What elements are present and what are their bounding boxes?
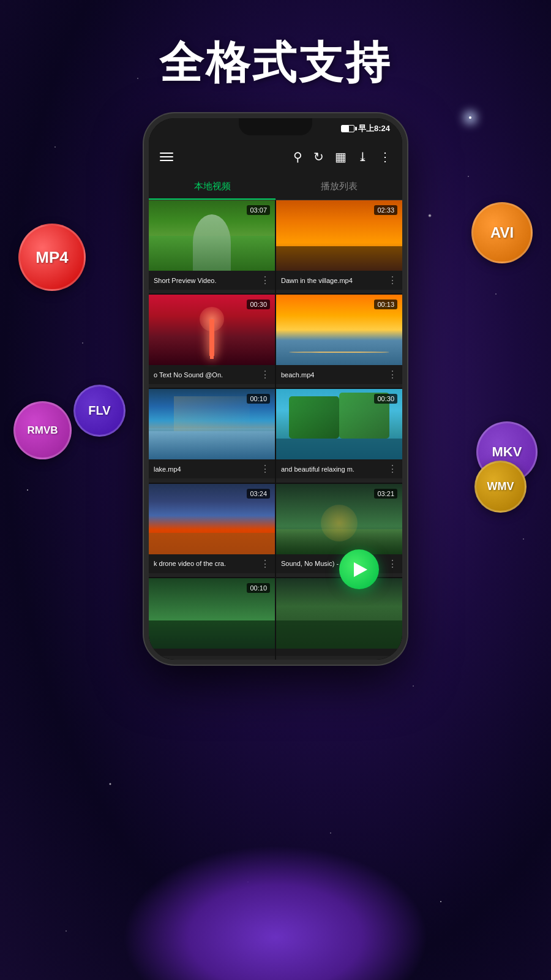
phone-notch [239, 118, 312, 135]
search-icon[interactable]: ⚲ [293, 149, 302, 164]
video-item[interactable]: 03:21 Sound, No Music) - F. ⋮ [276, 484, 402, 577]
video-item[interactable]: 00:10 lake.mp4 ⋮ [149, 389, 275, 482]
phone-screen: 早上8:24 ⚲ ↻ ▦ ⤓ ⋮ [149, 118, 402, 660]
video-item[interactable]: 00:13 beach.mp4 ⋮ [276, 295, 402, 388]
phone-mockup: 早上8:24 ⚲ ↻ ▦ ⤓ ⋮ [144, 113, 407, 665]
video-item[interactable]: 00:30 o Text No Sound @On. ⋮ [149, 295, 275, 388]
bubble-wmv[interactable]: WMV [474, 461, 527, 513]
duration-badge: 03:21 [374, 489, 397, 499]
video-item[interactable]: 02:33 Dawn in the village.mp4 ⋮ [276, 200, 402, 293]
video-more-icon[interactable]: ⋮ [260, 369, 270, 380]
duration-badge: 00:30 [374, 394, 397, 404]
video-more-icon[interactable]: ⋮ [260, 463, 270, 475]
video-more-icon[interactable]: ⋮ [388, 274, 397, 286]
battery-icon [341, 125, 354, 132]
page-title: 全格式支持 [0, 34, 551, 92]
video-title: k drone video of the cra. [154, 560, 258, 567]
refresh-icon[interactable]: ↻ [313, 149, 324, 164]
play-fab-button[interactable] [339, 549, 379, 589]
grid-icon[interactable]: ▦ [335, 149, 347, 164]
status-time: 早上8:24 [358, 123, 390, 134]
bubble-mp4[interactable]: MP4 [18, 224, 86, 291]
video-title: beach.mp4 [281, 371, 385, 379]
bubble-wmv-label: WMV [487, 480, 514, 493]
video-item[interactable] [276, 578, 402, 660]
phone-body: 早上8:24 ⚲ ↻ ▦ ⤓ ⋮ [144, 113, 407, 665]
video-more-icon[interactable]: ⋮ [260, 274, 270, 286]
bubble-flv[interactable]: FLV [73, 385, 126, 437]
duration-badge: 00:10 [247, 394, 270, 404]
video-item[interactable]: 03:24 k drone video of the cra. ⋮ [149, 484, 275, 577]
tab-local-video[interactable]: 本地视频 [149, 173, 276, 200]
toolbar: ⚲ ↻ ▦ ⤓ ⋮ [149, 140, 402, 173]
duration-badge: 00:13 [374, 300, 397, 309]
bubble-flv-label: FLV [88, 404, 110, 418]
video-more-icon[interactable]: ⋮ [388, 558, 397, 570]
bubble-mkv-label: MKV [492, 444, 522, 460]
play-icon [354, 562, 367, 577]
bubble-rmvb[interactable]: RMVB [13, 401, 72, 459]
video-more-icon[interactable]: ⋮ [260, 558, 270, 570]
tab-bar: 本地视频 播放列表 [149, 173, 402, 200]
duration-badge: 03:24 [247, 489, 270, 499]
bubble-avi-label: AVI [490, 224, 514, 241]
video-item[interactable]: 03:07 Short Preview Video. ⋮ [149, 200, 275, 293]
star-glow [469, 116, 471, 119]
duration-badge: 02:33 [374, 205, 397, 215]
duration-badge: 00:30 [247, 300, 270, 309]
video-title: Short Preview Video. [154, 277, 258, 284]
bubble-rmvb-label: RMVB [27, 424, 58, 437]
duration-badge: 03:07 [247, 205, 270, 215]
video-title: and beautiful relaxing m. [281, 466, 385, 473]
video-item[interactable]: 00:10 [149, 578, 275, 660]
more-icon[interactable]: ⋮ [379, 149, 391, 164]
download-icon[interactable]: ⤓ [358, 149, 368, 164]
video-more-icon[interactable]: ⋮ [388, 463, 397, 475]
video-title: Dawn in the village.mp4 [281, 277, 385, 284]
video-title: o Text No Sound @On. [154, 371, 258, 379]
duration-badge: 00:10 [247, 583, 270, 593]
bubble-avi[interactable]: AVI [471, 202, 533, 263]
tab-playlist[interactable]: 播放列表 [276, 173, 402, 200]
video-more-icon[interactable]: ⋮ [388, 369, 397, 380]
video-grid: 03:07 Short Preview Video. ⋮ 02:33 Dawn … [149, 200, 402, 660]
video-item[interactable]: 00:30 and beautiful relaxing m. ⋮ [276, 389, 402, 482]
video-title: lake.mp4 [154, 466, 258, 473]
bubble-mp4-label: MP4 [36, 248, 68, 267]
menu-button[interactable] [160, 153, 173, 161]
